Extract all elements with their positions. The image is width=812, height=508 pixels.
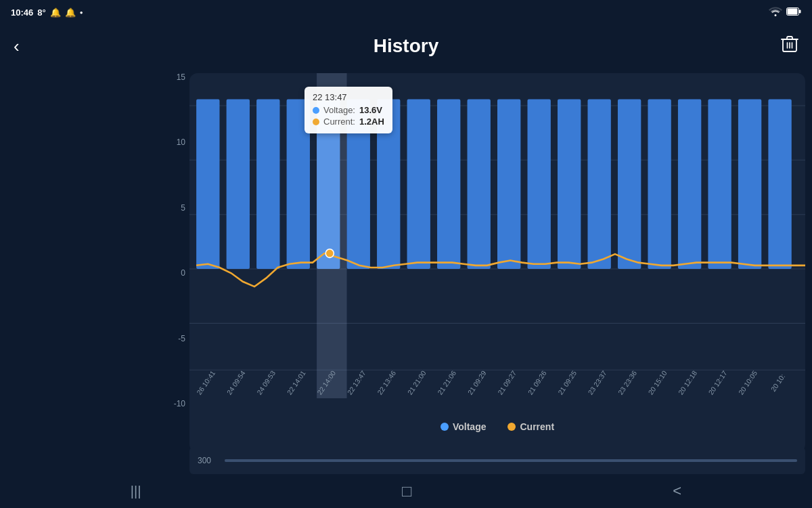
svg-rect-29 xyxy=(768,100,791,269)
bell-icon: 🔔 xyxy=(50,7,61,18)
legend-current: Current xyxy=(508,421,554,432)
y-label-n10: -10 xyxy=(174,400,185,408)
svg-text:20 10:05: 20 10:05 xyxy=(738,369,759,396)
svg-rect-11 xyxy=(227,100,250,269)
tooltip-time: 22 13:47 xyxy=(313,92,384,102)
status-temp: 8° xyxy=(37,7,45,18)
legend-voltage: Voltage xyxy=(441,421,487,432)
svg-text:20 12:17: 20 12:17 xyxy=(707,369,729,396)
tooltip-current-value: 1.2AH xyxy=(359,117,384,127)
chart-tooltip: 22 13:47 Voltage: 13.6V Current: 1.2AH xyxy=(304,87,392,133)
status-left: 10:46 8° 🔔 🔔 ● xyxy=(11,7,83,18)
svg-text:20 12:18: 20 12:18 xyxy=(677,369,699,396)
legend-voltage-label: Voltage xyxy=(453,421,487,432)
bell2-icon: 🔔 xyxy=(65,7,76,18)
svg-rect-28 xyxy=(738,100,761,269)
svg-rect-19 xyxy=(468,100,491,269)
chart-container: 26 10:41 24 09:54 24 09:53 22 14:01 22 1… xyxy=(189,73,805,452)
svg-rect-20 xyxy=(497,100,520,269)
legend-current-label: Current xyxy=(520,421,554,432)
scrollbar-area: 300 xyxy=(189,447,805,474)
battery-icon xyxy=(786,7,801,18)
status-bar: 10:46 8° 🔔 🔔 ● xyxy=(0,0,812,24)
svg-rect-23 xyxy=(587,100,610,269)
chart-legend: Voltage Current xyxy=(189,421,805,432)
svg-rect-10 xyxy=(196,100,219,269)
svg-text:24 09:53: 24 09:53 xyxy=(256,369,277,396)
y-label-15: 15 xyxy=(177,73,185,81)
tooltip-current-row: Current: 1.2AH xyxy=(313,117,384,127)
chart-area: 26 10:41 24 09:54 24 09:53 22 14:01 22 1… xyxy=(189,73,805,398)
dot-icon: ● xyxy=(80,9,83,16)
tooltip-voltage-row: Voltage: 13.6V xyxy=(313,105,384,115)
svg-rect-22 xyxy=(558,100,581,269)
svg-rect-26 xyxy=(678,100,701,269)
tooltip-current-label: Current: xyxy=(323,117,355,127)
svg-text:21 09:25: 21 09:25 xyxy=(557,369,579,396)
svg-rect-21 xyxy=(527,100,550,269)
svg-rect-18 xyxy=(437,100,460,269)
svg-text:22 13:47: 22 13:47 xyxy=(346,369,367,396)
svg-text:20 10:: 20 10: xyxy=(769,373,786,393)
scrollbar-label: 300 xyxy=(198,456,225,465)
svg-text:22 14:01: 22 14:01 xyxy=(286,369,307,396)
legend-voltage-dot xyxy=(441,423,449,431)
svg-point-51 xyxy=(325,249,334,258)
legend-current-dot xyxy=(508,423,516,431)
svg-text:21 09:26: 21 09:26 xyxy=(526,369,548,396)
wifi-icon xyxy=(769,7,782,18)
y-label-5: 5 xyxy=(181,204,185,212)
y-label-n5: -5 xyxy=(178,335,185,343)
svg-text:21 21:00: 21 21:00 xyxy=(406,369,428,396)
tooltip-voltage-label: Voltage: xyxy=(323,105,355,115)
svg-text:20 15:10: 20 15:10 xyxy=(647,369,669,396)
y-axis: 15 10 5 0 -5 -10 xyxy=(162,73,189,408)
status-time: 10:46 xyxy=(11,7,33,18)
svg-rect-2 xyxy=(799,9,801,13)
home-nav-button[interactable]: □ xyxy=(402,482,412,501)
svg-text:24 09:54: 24 09:54 xyxy=(225,369,247,396)
tooltip-voltage-dot xyxy=(313,107,319,114)
menu-nav-button[interactable]: ||| xyxy=(131,484,141,499)
back-button[interactable]: ‹ xyxy=(14,37,20,55)
tooltip-current-dot xyxy=(313,119,319,125)
page-header: ‹ History xyxy=(0,24,812,68)
scrollbar-track[interactable] xyxy=(225,459,797,462)
svg-rect-27 xyxy=(708,100,731,269)
y-label-0: 0 xyxy=(181,269,185,277)
scrollbar-thumb[interactable] xyxy=(225,459,797,462)
svg-text:26 10:41: 26 10:41 xyxy=(196,369,217,396)
svg-rect-25 xyxy=(648,100,671,269)
svg-text:23 23:37: 23 23:37 xyxy=(587,369,608,396)
svg-text:23 23:36: 23 23:36 xyxy=(617,369,639,396)
svg-text:21 21:06: 21 21:06 xyxy=(436,369,458,396)
svg-rect-17 xyxy=(407,100,430,269)
svg-rect-1 xyxy=(788,8,798,14)
svg-rect-12 xyxy=(256,100,279,269)
bottom-nav: ||| □ < xyxy=(0,474,812,508)
svg-text:22 13:46: 22 13:46 xyxy=(376,369,398,396)
back-nav-button[interactable]: < xyxy=(673,482,681,500)
svg-text:21 09:29: 21 09:29 xyxy=(466,369,488,396)
svg-text:21 09:27: 21 09:27 xyxy=(497,369,518,396)
svg-rect-24 xyxy=(618,100,641,269)
y-label-10: 10 xyxy=(177,138,185,146)
page-title: History xyxy=(374,35,438,57)
tooltip-voltage-value: 13.6V xyxy=(359,105,382,115)
chart-svg: 26 10:41 24 09:54 24 09:53 22 14:01 22 1… xyxy=(189,73,805,398)
status-right xyxy=(769,7,801,18)
trash-button[interactable] xyxy=(781,35,798,58)
